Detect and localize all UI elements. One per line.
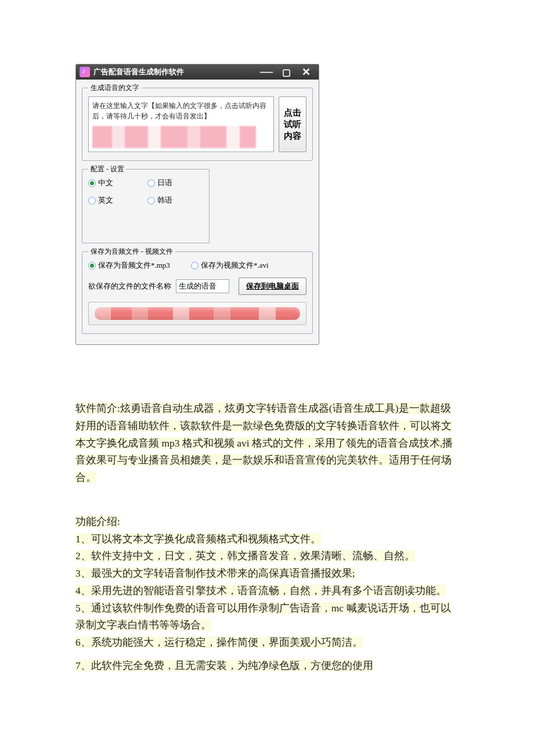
radio-label: 日语 — [157, 178, 172, 188]
radio-label: 中文 — [98, 178, 113, 188]
radio-label: 英文 — [98, 195, 113, 206]
config-legend: 配置 - 设置 — [88, 164, 127, 174]
feature-7: 7、此软件完全免费，且无需安装，为纯净绿色版，方便您的使用 — [75, 660, 373, 671]
radio-label: 韩语 — [157, 195, 172, 206]
features-title: 功能介绍: — [75, 516, 120, 527]
radio-icon — [147, 179, 155, 187]
feature-3: 3、最强大的文字转语音制作技术带来的高保真语音播报效果; — [75, 567, 355, 579]
maximize-button[interactable]: ▢ — [279, 67, 293, 77]
radio-icon — [88, 179, 96, 187]
radio-icon — [147, 197, 155, 204]
feature-5: 5、通过该软件制作免费的语音可以用作录制广告语音，mc 喊麦说话开场，也可以录制… — [75, 602, 451, 631]
language-radio-group: 中文 日语 英文 韩语 — [88, 178, 203, 206]
app-icon — [80, 67, 90, 77]
config-fieldset: 配置 - 设置 中文 日语 英文 韩语 — [82, 169, 210, 243]
save-desktop-label: 保存到电脑桌面 — [246, 282, 299, 290]
radio-english[interactable]: 英文 — [88, 195, 144, 206]
window-title: 广告配音语音生成制作软件 — [93, 67, 184, 77]
close-button[interactable]: ✕ — [299, 67, 313, 77]
radio-icon — [88, 197, 96, 204]
radio-icon — [191, 262, 199, 269]
app-window: 广告配音语音生成制作软件 — ▢ ✕ 生成语音的文字 请在这里输入文字【如果输入… — [75, 64, 319, 345]
preview-button-label: 点击试听内容 — [280, 107, 305, 142]
save-format-row: 保存为音频文件*.mp3 保存为视频文件*.avi — [88, 260, 306, 271]
radio-japanese[interactable]: 日语 — [147, 178, 203, 188]
radio-chinese[interactable]: 中文 — [88, 178, 144, 188]
feature-4: 4、采用先进的智能语音引擎技术，语音流畅，自然，并具有多个语言朗读功能。 — [75, 585, 446, 596]
feature-2: 2、软件支持中文，日文，英文，韩文播音发音，效果清晰、流畅、自然。 — [75, 550, 415, 561]
save-legend: 保存为音频文件 - 视频文件 — [88, 247, 175, 257]
filename-label: 欲保存的文件的文件名称 — [88, 281, 171, 291]
generate-text-fieldset: 生成语音的文字 请在这里输入文字【如果输入的文字很多，点击试听内容后，请等待几十… — [82, 88, 313, 161]
intro-paragraph: 软件简介:炫勇语音自动生成器，炫勇文字转语音生成器(语音生成工具)是一款超级好用… — [75, 402, 453, 483]
feature-1: 1、可以将文本文字换化成音频格式和视频格式文件。 — [75, 533, 321, 545]
save-desktop-button[interactable]: 保存到电脑桌面 — [239, 278, 306, 295]
save-fieldset: 保存为音频文件 - 视频文件 保存为音频文件*.mp3 保存为视频文件*.avi… — [82, 251, 313, 334]
radio-label: 保存为音频文件*.mp3 — [98, 260, 170, 271]
generate-row: 请在这里输入文字【如果输入的文字很多，点击试听内容后，请等待几十秒，才会有语音发… — [88, 96, 306, 152]
save-filename-row: 欲保存的文件的文件名称 生成的语音 保存到电脑桌面 — [88, 278, 306, 295]
radio-label: 保存为视频文件*.avi — [201, 260, 269, 271]
article: 软件简介:炫勇语音自动生成器，炫勇文字转语音生成器(语音生成工具)是一款超级好用… — [75, 400, 459, 675]
window-controls: — ▢ ✕ — [259, 67, 315, 77]
text-input[interactable]: 请在这里输入文字【如果输入的文字很多，点击试听内容后，请等待几十秒，才会有语音发… — [88, 96, 274, 152]
radio-icon — [88, 262, 96, 269]
censored-area — [92, 126, 256, 148]
text-input-placeholder: 请在这里输入文字【如果输入的文字很多，点击试听内容后，请等待几十秒，才会有语音发… — [92, 100, 270, 121]
radio-avi[interactable]: 保存为视频文件*.avi — [191, 260, 269, 271]
progress-fill — [95, 307, 300, 320]
generate-legend: 生成语音的文字 — [88, 83, 142, 93]
titlebar: 广告配音语音生成制作软件 — ▢ ✕ — [76, 64, 319, 80]
minimize-button[interactable]: — — [259, 67, 273, 77]
window-body: 生成语音的文字 请在这里输入文字【如果输入的文字很多，点击试听内容后，请等待几十… — [76, 80, 319, 344]
radio-mp3[interactable]: 保存为音频文件*.mp3 — [88, 260, 170, 271]
preview-button[interactable]: 点击试听内容 — [279, 96, 306, 152]
feature-6: 6、系统功能强大，运行稳定，操作简便，界面美观小巧简洁。 — [75, 636, 363, 648]
progress-bar — [88, 302, 306, 325]
filename-value: 生成的语音 — [179, 282, 217, 290]
titlebar-left: 广告配音语音生成制作软件 — [80, 67, 184, 77]
radio-korean[interactable]: 韩语 — [147, 195, 203, 206]
filename-input[interactable]: 生成的语音 — [176, 279, 229, 293]
